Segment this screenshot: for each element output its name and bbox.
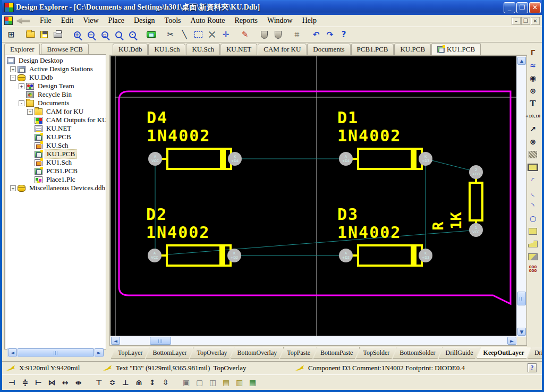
- scroll-left-icon[interactable]: ◄: [111, 337, 120, 345]
- scroll-left-icon[interactable]: ◄: [8, 348, 17, 356]
- doc-tab-ku-sch[interactable]: KU.Sch: [186, 44, 220, 55]
- tree-item-recycle-bin[interactable]: Recycle Bin: [5, 90, 106, 99]
- pad-anode[interactable]: A+D2: [339, 249, 353, 262]
- canvas-horizontal-scrollbar[interactable]: ◄ ►: [110, 336, 517, 345]
- tree-item-misc-devices[interactable]: + Miscellaneous Devices.ddb: [5, 184, 106, 192]
- doc-tab-documents[interactable]: Documents: [307, 44, 350, 55]
- pad-anode[interactable]: AVCC: [148, 249, 162, 262]
- doc-tab-pcb1-pcb[interactable]: PCB1.PCB: [351, 44, 394, 55]
- shield-rule-icon[interactable]: [258, 29, 270, 40]
- via-icon[interactable]: ⊙: [526, 85, 539, 97]
- align-right-icon[interactable]: ⊢: [32, 377, 45, 388]
- component-placement-icon[interactable]: ▥: [233, 377, 246, 388]
- layer-tab-toplayer[interactable]: TopLayer: [111, 347, 149, 359]
- doc-tab-ku-net[interactable]: KU.NET: [220, 44, 257, 55]
- tree-item-pcb1-pcb[interactable]: PCB1.PCB: [5, 167, 106, 175]
- netline-icon[interactable]: ≈: [526, 59, 539, 71]
- pcb-canvas[interactable]: D4 1N4002 AVCC K+D4 D1 1N4002 A+D4 K+D3 …: [110, 56, 517, 337]
- menu-view[interactable]: View: [78, 15, 103, 26]
- zoom-in-icon[interactable]: +: [71, 29, 83, 40]
- panel-horizontal-scrollbar[interactable]: ◄ ►: [7, 348, 104, 357]
- component-D1[interactable]: D1 1N4002 A+D4 K+D3: [337, 110, 434, 175]
- room-component-icon[interactable]: ▤: [219, 377, 233, 388]
- full-circle-icon[interactable]: ○: [526, 212, 539, 224]
- arrange-outside-room-icon[interactable]: ▢: [193, 377, 206, 388]
- zoom-document-icon[interactable]: [112, 29, 125, 40]
- selection-rect-icon[interactable]: [192, 29, 205, 40]
- component-icon[interactable]: [526, 161, 539, 173]
- tree-item-documents[interactable]: - Documents: [5, 99, 106, 107]
- layer-tab-bottomlayer[interactable]: BottomLayer: [146, 347, 193, 359]
- zoom-window-icon[interactable]: ▫: [98, 29, 111, 40]
- collapse-icon[interactable]: -: [19, 100, 24, 106]
- pad-anode[interactable]: A+D4: [339, 152, 353, 166]
- expand-icon[interactable]: +: [10, 66, 16, 72]
- mdi-arrow-icon[interactable]: [16, 18, 30, 24]
- menu-design[interactable]: Design: [129, 15, 160, 26]
- pad-cathode[interactable]: K+D4: [228, 152, 242, 166]
- tree-item-active-design-stations[interactable]: + Active Design Stations: [5, 65, 106, 73]
- move-icon[interactable]: ✛: [219, 29, 232, 40]
- menu-help[interactable]: Help: [298, 15, 321, 26]
- layer-tab-drillguide[interactable]: DrillGuide: [439, 347, 480, 359]
- mdi-restore-button[interactable]: ❐: [521, 17, 530, 25]
- dimension-icon[interactable]: ↗: [526, 123, 539, 135]
- layer-tab-topoverlay[interactable]: TopOverlay: [190, 347, 234, 359]
- tree-item-cam-outputs[interactable]: CAM Outputs for KU: [5, 116, 106, 124]
- scroll-right-icon[interactable]: ►: [507, 337, 516, 345]
- deselect-icon[interactable]: ⤬: [206, 29, 218, 40]
- title-bar[interactable]: Design Explorer - [C:\Documents and Sett…: [0, 0, 544, 15]
- board-in-window-icon[interactable]: [145, 29, 158, 40]
- menu-reports[interactable]: Reports: [230, 15, 262, 26]
- menu-tools[interactable]: Tools: [160, 15, 186, 26]
- component-D4[interactable]: D4 1N4002 AVCC K+D4: [147, 110, 243, 175]
- layer-tab-toppaste[interactable]: TopPaste: [280, 347, 317, 359]
- distribute-vertical-icon[interactable]: ⋒: [132, 377, 146, 388]
- doc-tab-ku-pcb[interactable]: KU.PCB: [394, 44, 431, 55]
- align-top-icon[interactable]: ⊤: [92, 377, 106, 388]
- context-help-button[interactable]: ?: [528, 363, 537, 372]
- pad-1[interactable]: 1VCC: [469, 223, 483, 237]
- decrease-v-spacing-icon[interactable]: ⇳: [159, 377, 172, 388]
- pad-icon[interactable]: ◉: [526, 72, 539, 84]
- increase-h-spacing-icon[interactable]: ↔: [58, 377, 72, 388]
- layer-tab-keepoutlayer[interactable]: KeepOutLayer: [477, 347, 531, 359]
- expand-icon[interactable]: +: [27, 109, 33, 115]
- menu-file[interactable]: File: [35, 15, 56, 26]
- pad-2[interactable]: 2+D3: [469, 165, 483, 179]
- keepout-icon[interactable]: ⊗: [526, 136, 539, 148]
- tree-item-cam-for-ku[interactable]: + CAM for KU: [5, 107, 106, 116]
- highlight-wand-icon[interactable]: ✎: [239, 29, 251, 40]
- menu-place[interactable]: Place: [104, 15, 129, 26]
- increase-v-spacing-icon[interactable]: ↕: [146, 377, 159, 388]
- pad-anode[interactable]: AVCC: [148, 152, 162, 166]
- scrollbar-thumb[interactable]: [150, 337, 171, 345]
- interactive-routing-icon[interactable]: Γ: [526, 47, 539, 58]
- align-left-icon[interactable]: ⊣: [5, 377, 19, 388]
- tree-item-ku1-pcb[interactable]: KU1.PCB: [5, 150, 106, 158]
- select-icon[interactable]: ╲: [178, 29, 191, 40]
- fill-hatch-icon[interactable]: [526, 149, 539, 160]
- pad-cathode[interactable]: K+D2: [227, 249, 241, 262]
- help-icon[interactable]: ?: [337, 29, 350, 40]
- tree-item-ku-pcb[interactable]: KU.PCB: [5, 133, 106, 141]
- collapse-icon[interactable]: -: [10, 75, 16, 81]
- doc-tab-ku1-pcb-active[interactable]: KU1.PCB: [431, 43, 481, 55]
- tab-browse-pcb[interactable]: Browse PCB: [41, 44, 89, 55]
- paste-array-icon[interactable]: 000000: [526, 263, 539, 275]
- layer-tab-topsolder[interactable]: TopSolder: [356, 347, 396, 359]
- align-center-horizontal-icon[interactable]: ≑: [19, 377, 32, 388]
- zoom-out-icon[interactable]: −: [84, 29, 97, 40]
- doc-tab-ku1-sch[interactable]: KU1.Sch: [148, 44, 185, 55]
- arrange-in-room-icon[interactable]: ▣: [180, 377, 193, 388]
- save-icon[interactable]: [38, 29, 50, 40]
- arc-edge-icon[interactable]: ◜: [526, 174, 539, 186]
- cut-icon[interactable]: ✂: [164, 29, 177, 40]
- coordinate-icon[interactable]: +10,10: [526, 110, 539, 122]
- component-D3[interactable]: D3 1N4002 A+D2 K+D3: [337, 207, 434, 271]
- shield-run-drc-icon[interactable]: [271, 29, 284, 40]
- scroll-right-icon[interactable]: ►: [95, 348, 104, 356]
- polygon-plane-icon[interactable]: [526, 238, 539, 250]
- mdi-close-button[interactable]: ✕: [531, 17, 540, 25]
- tab-explorer[interactable]: Explorer: [4, 44, 40, 55]
